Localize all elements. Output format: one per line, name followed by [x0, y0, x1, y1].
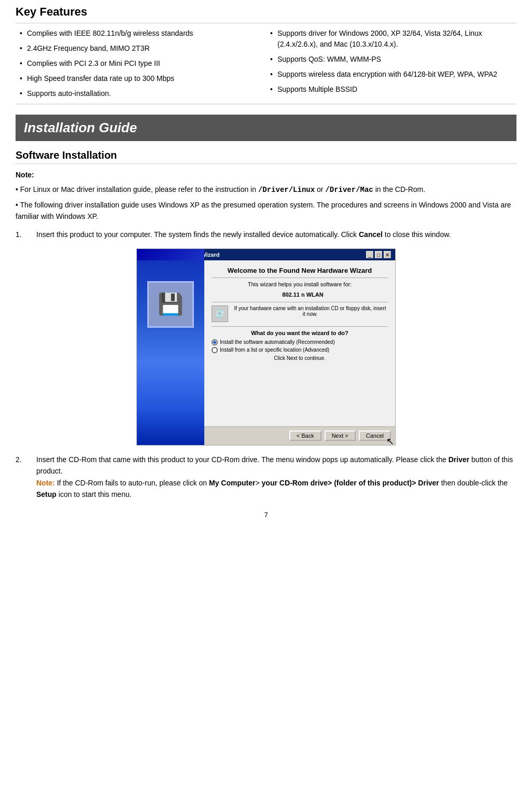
note-linux-mac: • For Linux or Mac driver installation g…: [16, 184, 516, 196]
page-number: 7: [264, 511, 268, 519]
feature-left-2: 2.4GHz Frequency band, MIMO 2T3R: [20, 41, 262, 56]
wizard-bottom-bar: < Back Next > Cancel ↖: [204, 426, 395, 445]
maximize-button[interactable]: □: [375, 251, 382, 258]
feature-left-4: High Speed transfer data rate up to 300 …: [20, 71, 262, 86]
feature-right-2: Supports QoS: WMM, WMM-PS: [270, 52, 512, 67]
note2-text-prefix: If the CD-Rom fails to auto-run, please …: [55, 479, 209, 487]
feature-left-3: Complies with PCI 2.3 or Mini PCI type I…: [20, 56, 262, 71]
step-2-content: Insert the CD-Rom that came with this pr…: [36, 454, 516, 501]
wizard-device-name: 802.11 n WLAN: [218, 291, 388, 298]
note-winxp: • The following driver installation guid…: [16, 199, 516, 223]
features-table: Complies with IEEE 802.11n/b/g wireless …: [16, 23, 516, 104]
page-footer: 7: [16, 511, 516, 519]
note2-text-end: icon to start this menu.: [57, 490, 132, 498]
driver-linux-path: /Driver/Linux: [258, 186, 315, 194]
feature-right-3: Supports wireless data encryption with 6…: [270, 67, 512, 82]
wizard-blue-bg: 💾: [137, 260, 204, 445]
wizard-radio2-label: Install from a list or specific location…: [220, 347, 329, 353]
wizard-radio-1[interactable]: Install the software automatically (Reco…: [212, 339, 388, 345]
step-2: 2. Insert the CD-Rom that came with this…: [16, 454, 516, 501]
wizard-body-text: This wizard helps you install software f…: [212, 281, 388, 287]
note-section: Note: • For Linux or Mac driver installa…: [16, 169, 516, 223]
key-features-title: Key Features: [16, 5, 516, 19]
driver-mac-path: /Driver/Mac: [325, 186, 373, 194]
step-2-driver: Driver: [449, 455, 469, 464]
wizard-radio1-label: Install the software automatically (Reco…: [220, 339, 335, 345]
feature-left-5: Supports auto-installation.: [20, 86, 262, 101]
step-1-cancel: Cancel: [359, 230, 383, 239]
step-2-note: Note: If the CD-Rom fails to auto-run, p…: [36, 477, 516, 501]
software-installation-title: Software Installation: [16, 149, 516, 161]
wizard-mid-divider: [212, 302, 388, 302]
step-2-paragraph: Insert the CD-Rom that came with this pr…: [36, 454, 516, 477]
key-features-section: Key Features Complies with IEEE 802.11n/…: [16, 5, 516, 104]
features-right-col: Supports driver for Windows 2000, XP 32/…: [266, 23, 516, 104]
radio-unselected-icon: [212, 347, 218, 353]
wizard-welcome-title: Welcome to the Found New Hardware Wizard: [212, 267, 388, 274]
section-divider: [16, 163, 516, 164]
cursor-icon: ↖: [386, 436, 394, 446]
installation-guide-banner: Installation Guide: [16, 115, 516, 141]
wizard-window: Found New Hardware Wizard _ □ ✕ 💾 Welcom…: [136, 248, 396, 446]
wizard-radio-2[interactable]: Install from a list or specific location…: [212, 347, 388, 353]
note-text-1-suffix: in the CD-Rom.: [373, 185, 425, 193]
note-text-1-mid: or: [315, 185, 325, 193]
step-1-content: Insert this product to your computer. Th…: [36, 229, 516, 240]
step-2-num: 2.: [16, 454, 31, 465]
wizard-click-text: Click Next to continue.: [212, 355, 388, 361]
wizard-back-button[interactable]: < Back: [289, 430, 321, 441]
floppy-disk-icon: 💿: [212, 305, 228, 322]
wizard-right-panel: Welcome to the Found New Hardware Wizard…: [204, 260, 395, 426]
note2-my-computer: My Computer: [209, 479, 255, 487]
step-1-suffix: to close this window.: [383, 230, 451, 239]
step-2-text-prefix: Insert the CD-Rom that came with this pr…: [36, 455, 449, 464]
note2-setup: Setup: [36, 490, 57, 498]
step-1-text-prefix: Insert this product to your computer. Th…: [36, 230, 359, 239]
note2-driver-path: your CD-Rom drive> (folder of this produ…: [262, 479, 439, 487]
wizard-image-container: Found New Hardware Wizard _ □ ✕ 💾 Welcom…: [136, 248, 396, 446]
feature-right-4: Supports Multiple BSSID: [270, 82, 512, 97]
wizard-next-button[interactable]: Next >: [325, 430, 356, 441]
feature-right-1: Supports driver for Windows 2000, XP 32/…: [270, 26, 512, 52]
wizard-cancel-button[interactable]: Cancel ↖: [359, 430, 391, 441]
feature-left-1: Complies with IEEE 802.11n/b/g wireless …: [20, 26, 262, 41]
wizard-question: What do you want the wizard to do?: [212, 330, 388, 336]
step-1: 1. Insert this product to your computer.…: [16, 229, 516, 240]
wizard-floppy-text: If your hardware came with an installati…: [232, 305, 388, 317]
note-paragraph-1: Note:: [16, 169, 516, 180]
note-text-1-prefix: • For Linux or Mac driver installation g…: [16, 185, 258, 193]
note2-text-mid: >: [255, 479, 261, 487]
note-label: Note:: [16, 171, 34, 179]
minimize-button[interactable]: _: [366, 251, 373, 258]
wizard-floppy-section: 💿 If your hardware came with an installa…: [212, 305, 388, 322]
features-left-col: Complies with IEEE 802.11n/b/g wireless …: [16, 23, 266, 104]
wizard-title-divider: [212, 277, 388, 278]
wizard-lower-divider: [212, 326, 388, 327]
step-1-num: 1.: [16, 229, 31, 240]
radio-selected-icon: [212, 339, 218, 345]
window-controls: _ □ ✕: [366, 251, 391, 258]
note2-label: Note:: [36, 479, 55, 487]
wizard-hardware-icon: 💾: [147, 281, 194, 328]
close-button[interactable]: ✕: [384, 251, 391, 258]
note2-text-end-prefix: then double-click the: [439, 479, 508, 487]
wizard-left-panel: 💾: [137, 249, 204, 445]
